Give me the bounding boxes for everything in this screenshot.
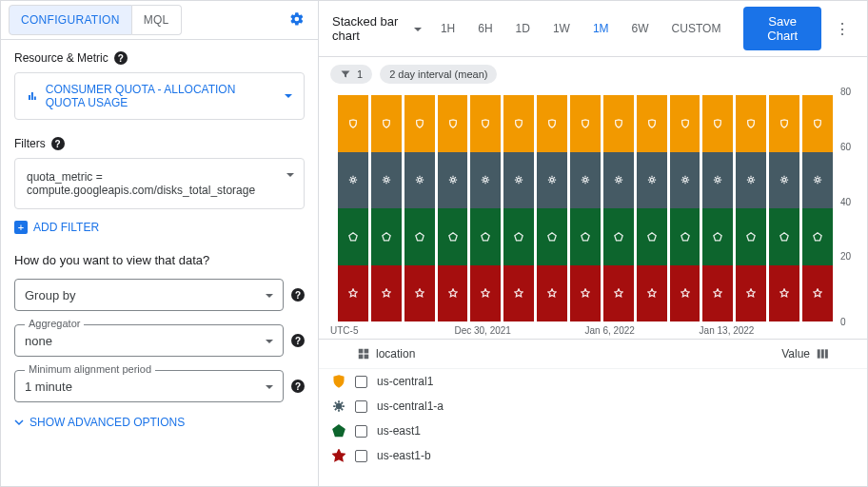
svg-rect-21 xyxy=(825,349,828,358)
series-swatch-icon xyxy=(332,375,345,388)
help-icon[interactable]: ? xyxy=(291,288,305,302)
time-tab-1h[interactable]: 1H xyxy=(431,16,464,41)
metric-selector[interactable]: CONSUMER QUOTA - ALLOCATION QUOTA USAGE xyxy=(14,72,305,120)
chart-toolbar: Stacked bar chart 1H6H1D1W1M6WCUSTOM Sav… xyxy=(319,1,867,57)
bar-segment-us-central1 xyxy=(470,95,501,152)
bar-column[interactable] xyxy=(404,95,435,321)
bar-segment-us-east1 xyxy=(702,208,733,265)
bar-column[interactable] xyxy=(603,95,634,321)
interval-chip[interactable]: 2 day interval (mean) xyxy=(380,65,497,84)
series-checkbox[interactable] xyxy=(355,376,367,388)
group-by-select[interactable]: Group by xyxy=(14,279,284,311)
aggregator-select[interactable]: Aggregator none xyxy=(14,324,284,357)
time-tab-custom[interactable]: CUSTOM xyxy=(662,16,731,41)
svg-point-3 xyxy=(451,179,454,182)
series-checkbox[interactable] xyxy=(355,450,367,462)
bar-column[interactable] xyxy=(637,95,667,321)
bar-column[interactable] xyxy=(570,95,601,321)
svg-point-14 xyxy=(816,179,819,182)
bar-segment-us-east1-b xyxy=(802,265,833,322)
bar-segment-us-east1-b xyxy=(503,265,534,322)
bar-segment-us-central1 xyxy=(537,95,567,152)
bar-column[interactable] xyxy=(470,95,501,321)
bar-segment-us-central1-a xyxy=(736,152,766,209)
bar-column[interactable] xyxy=(371,95,402,321)
legend-table: location Value us-central1us-central1-au… xyxy=(319,339,867,468)
bar-column[interactable] xyxy=(769,95,799,321)
bar-segment-us-east1 xyxy=(603,208,634,265)
tab-configuration[interactable]: CONFIGURATION xyxy=(9,5,132,35)
svg-point-12 xyxy=(750,179,753,182)
svg-point-7 xyxy=(583,179,586,182)
bar-column[interactable] xyxy=(537,95,567,321)
series-checkbox[interactable] xyxy=(355,425,367,438)
bar-segment-us-east1 xyxy=(438,208,468,265)
config-panel: CONFIGURATION MQL Resource & Metric ? CO… xyxy=(1,1,319,486)
help-icon[interactable]: ? xyxy=(291,334,305,347)
add-filter-button[interactable]: + ADD FILTER xyxy=(14,221,305,234)
filter-item[interactable]: quota_metric = compute.googleapis.com/di… xyxy=(14,158,305,209)
filter-count-chip[interactable]: 1 xyxy=(330,65,372,84)
bar-column[interactable] xyxy=(702,95,733,321)
legend-row[interactable]: us-east1 xyxy=(319,419,867,443)
bar-segment-us-east1-b xyxy=(670,265,700,322)
svg-rect-18 xyxy=(365,355,369,360)
time-tab-1w[interactable]: 1W xyxy=(543,16,580,41)
svg-point-0 xyxy=(351,179,354,182)
time-tab-6w[interactable]: 6W xyxy=(622,16,659,41)
bar-segment-us-central1-a xyxy=(670,152,700,209)
svg-point-8 xyxy=(617,179,620,182)
help-icon[interactable]: ? xyxy=(51,137,65,150)
bar-segment-us-central1-a xyxy=(470,152,501,209)
legend-row[interactable]: us-central1 xyxy=(319,369,867,394)
filter-icon xyxy=(340,68,351,80)
chevron-down-icon xyxy=(286,168,294,182)
tab-mql[interactable]: MQL xyxy=(132,5,182,35)
resource-metric-label: Resource & Metric ? xyxy=(14,51,305,65)
bar-segment-us-central1 xyxy=(371,95,402,152)
bar-column[interactable] xyxy=(802,95,833,321)
min-alignment-select[interactable]: Minimum alignment period 1 minute xyxy=(14,370,284,402)
bar-column[interactable] xyxy=(670,95,700,321)
more-menu-icon[interactable]: ⋮ xyxy=(827,16,858,42)
gear-icon[interactable] xyxy=(284,6,310,35)
chevron-down-icon xyxy=(266,334,273,348)
chart-type-select[interactable]: Stacked bar chart xyxy=(328,10,425,47)
bar-segment-us-east1-b xyxy=(736,265,766,322)
svg-rect-20 xyxy=(821,349,824,358)
time-tab-1m[interactable]: 1M xyxy=(583,16,619,41)
columns-icon[interactable] xyxy=(816,347,829,360)
help-icon[interactable]: ? xyxy=(114,51,128,65)
series-checkbox[interactable] xyxy=(355,400,367,413)
bar-segment-us-east1-b xyxy=(769,265,799,322)
chart-canvas: 806040200 UTC-5Dec 30, 2021Jan 6, 2022Ja… xyxy=(319,91,867,339)
bar-segment-us-central1 xyxy=(338,95,368,152)
svg-point-2 xyxy=(418,179,421,182)
filter-chip-row: 1 2 day interval (mean) xyxy=(319,57,867,91)
show-advanced-button[interactable]: SHOW ADVANCED OPTIONS xyxy=(14,416,305,429)
bar-segment-us-central1 xyxy=(603,95,634,152)
metric-label: CONSUMER QUOTA - ALLOCATION QUOTA USAGE xyxy=(46,83,277,109)
svg-rect-15 xyxy=(359,349,364,354)
time-tab-6h[interactable]: 6H xyxy=(468,16,502,41)
time-tab-1d[interactable]: 1D xyxy=(506,16,540,41)
bar-segment-us-central1-a xyxy=(603,152,634,209)
bar-segment-us-central1 xyxy=(802,95,833,152)
bar-column[interactable] xyxy=(736,95,766,321)
filters-label: Filters ? xyxy=(14,137,305,150)
bar-segment-us-central1-a xyxy=(769,152,799,209)
svg-rect-19 xyxy=(818,349,820,358)
legend-row[interactable]: us-east1-b xyxy=(319,443,867,468)
help-icon[interactable]: ? xyxy=(291,380,305,393)
bar-column[interactable] xyxy=(438,95,468,321)
chart-panel: Stacked bar chart 1H6H1D1W1M6WCUSTOM Sav… xyxy=(319,1,867,486)
bar-column[interactable] xyxy=(503,95,534,321)
min-alignment-value: 1 minute xyxy=(25,380,72,394)
y-axis: 806040200 xyxy=(840,91,861,321)
series-swatch-icon xyxy=(332,449,345,462)
bar-segment-us-east1 xyxy=(371,208,402,265)
save-chart-button[interactable]: Save Chart xyxy=(743,7,821,50)
bar-column[interactable] xyxy=(338,95,368,321)
series-label: us-central1 xyxy=(377,375,433,388)
legend-row[interactable]: us-central1-a xyxy=(319,394,867,419)
